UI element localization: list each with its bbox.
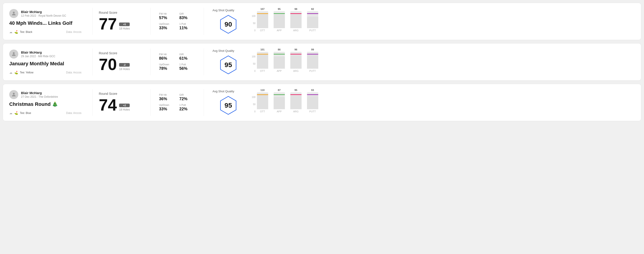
- stats-divider: [150, 8, 150, 35]
- bar-value: 99: [311, 48, 314, 51]
- weather-icon: ☁: [9, 30, 12, 34]
- gir-value: 83%: [179, 15, 195, 20]
- bar-group: 87 APP: [274, 92, 285, 113]
- data-source: Data: Arccos: [66, 71, 82, 74]
- avg-shot-quality-label: Avg Shot Quality: [212, 90, 234, 93]
- tee-info: ☁ ⛳ Tee: Blue: [9, 111, 31, 115]
- hexagon: 95: [218, 55, 238, 75]
- quality-section: Avg Shot Quality 95: [210, 90, 246, 116]
- user-info: Blair McHarg 27 Dec 2021 · The Oxfordshi…: [21, 91, 58, 98]
- left-section: Blair McHarg 29 Jan 2022 · Mill Ride GCC…: [9, 50, 86, 74]
- gir-value: 61%: [179, 56, 195, 61]
- score-badge: +2: [119, 104, 130, 107]
- up-down-value: 78%: [159, 66, 175, 71]
- bag-icon: ⛳: [14, 30, 18, 34]
- holes-label: 18 Holes: [119, 27, 130, 30]
- round-score-label: Round Score: [99, 11, 144, 14]
- bar-group: 82 PUTT: [307, 11, 318, 32]
- avg-shot-quality-label: Avg Shot Quality: [212, 49, 234, 52]
- tee-label: Tee: Yellow: [20, 71, 34, 74]
- svg-point-2: [13, 93, 15, 95]
- one-putt-stat: 1 Putt 22%: [179, 104, 195, 112]
- round-score-label: Round Score: [99, 51, 144, 55]
- bar-label: ARG: [293, 29, 299, 32]
- avg-shot-quality-label: Avg Shot Quality: [212, 8, 234, 12]
- score-badge: -2: [119, 63, 130, 67]
- up-down-value: 33%: [159, 107, 175, 112]
- bar-group: 110 OTT: [257, 92, 268, 113]
- bar-value: 95: [278, 8, 280, 10]
- quality-divider: [204, 48, 204, 75]
- score-meta: +5 18 Holes: [119, 22, 130, 30]
- user-name: Blair McHarg: [21, 91, 58, 95]
- bar-label: APP: [277, 70, 282, 72]
- bag-icon: ⛳: [14, 71, 18, 74]
- fw-hit-value: 57%: [159, 15, 175, 20]
- gir-label: GIR: [179, 94, 195, 96]
- data-source: Data: Arccos: [66, 30, 82, 33]
- chart-section: 100500 110 OTT 87 APP 95 ARG: [246, 92, 635, 113]
- bar-value: 95: [294, 89, 297, 91]
- bar-value: 93: [311, 89, 314, 91]
- score-meta: +2 18 Holes: [119, 104, 130, 111]
- round-card-2: Blair McHarg 29 Jan 2022 · Mill Ride GCC…: [3, 43, 641, 81]
- fw-hit-label: FW Hit: [159, 53, 175, 56]
- score-section: Round Score 70 -2 18 Holes: [99, 51, 144, 73]
- left-section: Blair McHarg 12 Feb 2022 · Royal North D…: [9, 9, 86, 34]
- bar-value: 110: [260, 89, 264, 91]
- fw-hit-label: FW Hit: [159, 12, 175, 15]
- score-meta: -2 18 Holes: [119, 63, 130, 71]
- score-section: Round Score 74 +2 18 Holes: [99, 92, 144, 113]
- up-down-label: Up/Down: [159, 63, 175, 66]
- tee-label: Tee: Blue: [20, 112, 31, 115]
- date-course: 29 Jan 2022 · Mill Ride GCC: [21, 55, 55, 58]
- gir-label: GIR: [179, 12, 195, 15]
- one-putt-label: 1 Putt: [179, 104, 195, 106]
- fw-hit-stat: FW Hit 57%: [159, 12, 175, 20]
- up-down-value: 33%: [159, 26, 175, 30]
- one-putt-label: 1 Putt: [179, 63, 195, 66]
- bar-label: ARG: [293, 110, 299, 113]
- bar-value: 87: [278, 89, 280, 91]
- stats-section: FW Hit 57% GIR 83% Up/Down 33% 1 Putt 11…: [157, 12, 197, 30]
- bar-label: PUTT: [309, 110, 316, 113]
- bar-group: 93 PUTT: [307, 92, 318, 113]
- up-down-label: Up/Down: [159, 22, 175, 25]
- user-row: Blair McHarg 12 Feb 2022 · Royal North D…: [9, 9, 82, 18]
- bottom-row: ☁ ⛳ Tee: Blue Data: Arccos: [9, 111, 82, 115]
- up-down-stat: Up/Down 33%: [159, 104, 175, 112]
- bar-value: 96: [294, 48, 297, 51]
- avatar: [9, 90, 18, 99]
- score-number: 74: [99, 97, 117, 113]
- hexagon: 90: [218, 14, 238, 34]
- round-card-3: Blair McHarg 27 Dec 2021 · The Oxfordshi…: [3, 84, 641, 121]
- score-number: 70: [99, 56, 117, 73]
- data-source: Data: Arccos: [66, 112, 82, 115]
- user-name: Blair McHarg: [21, 50, 55, 54]
- bar-group: 101 OTT: [257, 52, 268, 72]
- score-row: 77 +5 18 Holes: [99, 16, 144, 32]
- bar-label: OTT: [260, 110, 265, 113]
- bar-value: 107: [260, 8, 264, 10]
- svg-point-1: [13, 52, 15, 54]
- bar-group: 86 APP: [274, 52, 285, 72]
- round-card-1: Blair McHarg 12 Feb 2022 · Royal North D…: [3, 3, 641, 40]
- one-putt-label: 1 Putt: [179, 22, 195, 25]
- one-putt-stat: 1 Putt 56%: [179, 63, 195, 71]
- bar-group: 99 PUTT: [307, 52, 318, 72]
- tee-label: Tee: Black: [20, 30, 32, 33]
- one-putt-value: 56%: [179, 66, 195, 71]
- score-section: Round Score 77 +5 18 Holes: [99, 11, 144, 32]
- fw-hit-label: FW Hit: [159, 94, 175, 96]
- round-title: Christmas Round 🎄: [9, 101, 82, 107]
- bar-value: 86: [278, 48, 280, 51]
- bar-group: 98 ARG: [290, 11, 302, 32]
- bottom-row: ☁ ⛳ Tee: Black Data: Arccos: [9, 30, 82, 34]
- up-down-label: Up/Down: [159, 104, 175, 106]
- bar-label: PUTT: [309, 70, 316, 72]
- fw-hit-value: 86%: [159, 56, 175, 61]
- up-down-stat: Up/Down 78%: [159, 63, 175, 71]
- holes-label: 18 Holes: [119, 108, 130, 111]
- bar-label: ARG: [293, 70, 299, 72]
- score-badge: +5: [119, 22, 130, 26]
